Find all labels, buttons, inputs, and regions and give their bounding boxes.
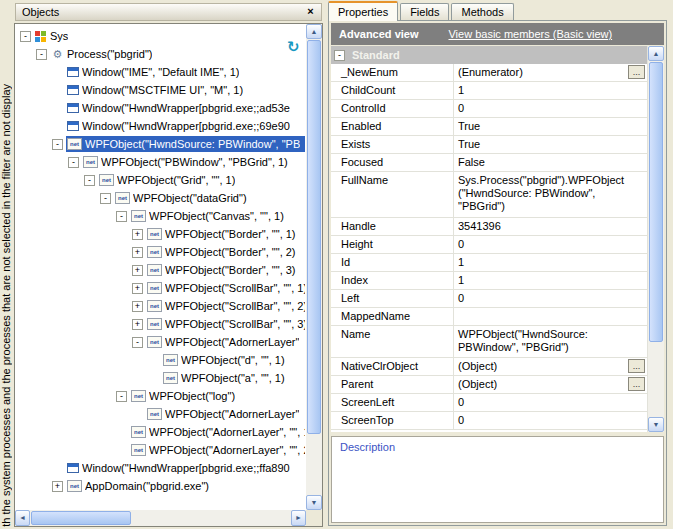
tab-properties[interactable]: Properties [328, 1, 398, 21]
tree-item[interactable]: +netWPFObject("Border", "", 3) [16, 261, 305, 279]
dotnet-object-icon: net [147, 228, 162, 240]
tree-item[interactable]: -netWPFObject("dataGrid") [16, 189, 305, 207]
property-row[interactable]: FullNameSys.Process("pbgrid").WPFObject … [331, 172, 647, 218]
tree-item[interactable]: -⚙Process("pbgrid") [16, 45, 305, 63]
collapse-icon[interactable]: - [52, 139, 63, 150]
tree-item[interactable]: -netWPFObject("PBWindow", "PBGrid", 1) [16, 153, 305, 171]
tree-item[interactable]: Window("HwndWrapper[pbgrid.exe;;ad53e [16, 99, 305, 117]
collapse-icon[interactable]: - [68, 157, 79, 168]
tree-item[interactable]: Window("HwndWrapper[pbgrid.exe;;ffa890 [16, 459, 305, 477]
tree-item[interactable]: netWPFObject("AdornerLayer", "", 1) [16, 423, 305, 441]
tree-vscroll-thumb[interactable] [307, 40, 321, 434]
tree-item-label: WPFObject("PBWindow", "PBGrid", 1) [101, 156, 288, 168]
property-row[interactable]: NameWPFObject("HwndSource: PBWindow", "P… [331, 326, 647, 358]
tree-item[interactable]: -netWPFObject("AdornerLayer" [16, 333, 305, 351]
tree-item-label: WPFObject("ScrollBar", "", 3) [165, 318, 305, 330]
expand-icon[interactable]: + [132, 247, 143, 258]
property-value: True [454, 136, 647, 153]
property-row[interactable]: NativeClrObject(Object)... [331, 358, 647, 376]
expand-icon[interactable]: + [52, 481, 63, 492]
property-row[interactable]: Height0 [331, 236, 647, 254]
tree-item[interactable]: +netWPFObject("Border", "", 1) [16, 225, 305, 243]
property-row[interactable]: Handle3541396 [331, 218, 647, 236]
tree-item-content: netWPFObject("Border", "", 2) [146, 244, 305, 260]
collapse-icon[interactable]: - [334, 50, 345, 61]
scrollbar-corner [306, 510, 322, 526]
expand-icon[interactable]: + [132, 283, 143, 294]
tree-item[interactable]: Window("HwndWrapper[pbgrid.exe;;69e90 [16, 117, 305, 135]
tree-item[interactable]: netWPFObject("a", "", 1) [16, 369, 305, 387]
tree-item[interactable]: +netWPFObject("ScrollBar", "", 3) [16, 315, 305, 333]
property-row[interactable]: ChildCount1 [331, 82, 647, 100]
tab-methods[interactable]: Methods [451, 3, 513, 20]
refresh-icon[interactable]: ↻ [287, 38, 300, 56]
category-row-standard[interactable]: - Standard [331, 46, 647, 64]
collapse-icon[interactable]: - [116, 391, 127, 402]
tree-item-label: Window("IME", "Default IME", 1) [82, 66, 239, 78]
collapse-icon[interactable]: - [132, 337, 143, 348]
tree-item[interactable]: +netWPFObject("Border", "", 2) [16, 243, 305, 261]
collapse-icon[interactable]: - [20, 31, 31, 42]
tree-item[interactable]: netWPFObject("AdornerLayer" [16, 405, 305, 423]
tree-item-label: WPFObject("AdornerLayer" [165, 336, 299, 348]
ellipsis-button[interactable]: ... [628, 65, 645, 79]
tree-item[interactable]: Window("MSCTFIME UI", "M", 1) [16, 81, 305, 99]
grid-vscroll-thumb[interactable] [649, 62, 663, 342]
expand-icon[interactable]: + [132, 229, 143, 240]
tree-item[interactable]: -netWPFObject("Grid", "", 1) [16, 171, 305, 189]
tree-item-content: netWPFObject("AdornerLayer" [146, 406, 305, 422]
property-row[interactable]: Left0 [331, 290, 647, 308]
collapse-icon[interactable]: - [36, 49, 47, 60]
collapse-icon[interactable]: - [116, 211, 127, 222]
property-row[interactable]: ScreenTop0 [331, 412, 647, 430]
tree-item[interactable]: +netAppDomain("pbgrid.exe") [16, 477, 305, 495]
tree-item[interactable]: netWPFObject("d", "", 1) [16, 351, 305, 369]
property-row[interactable]: Index1 [331, 272, 647, 290]
property-row[interactable]: MappedName [331, 308, 647, 326]
basic-view-link[interactable]: View basic members (Basic view) [448, 28, 612, 40]
scroll-left-icon[interactable]: ◄ [15, 510, 30, 526]
tree-item[interactable]: -netWPFObject("HwndSource: PBWindow", "P… [16, 135, 305, 153]
tree-item-label: WPFObject("HwndSource: PBWindow", "PB [85, 138, 300, 150]
property-value: (Object) [454, 358, 628, 375]
scroll-down-icon[interactable]: ▼ [648, 417, 664, 432]
property-row[interactable]: ControlId0 [331, 100, 647, 118]
tree-hscroll-thumb[interactable] [31, 511, 131, 525]
ellipsis-button[interactable]: ... [628, 377, 645, 391]
expand-icon[interactable]: + [132, 265, 143, 276]
tree-item[interactable]: Window("IME", "Default IME", 1) [16, 63, 305, 81]
property-row[interactable]: Id1 [331, 254, 647, 272]
tree-item-label: WPFObject("AdornerLayer" [165, 408, 299, 420]
property-row[interactable]: EnabledTrue [331, 118, 647, 136]
tree-item-content: netWPFObject("Border", "", 3) [146, 262, 305, 278]
tree-item[interactable]: +netWPFObject("ScrollBar", "", 1) [16, 279, 305, 297]
property-row[interactable]: _NewEnum(Enumerator)... [331, 64, 647, 82]
tree-item[interactable]: -netWPFObject("Canvas", "", 1) [16, 207, 305, 225]
tree-item[interactable]: netWPFObject("AdornerLayer", "", 2) [16, 441, 305, 459]
property-row[interactable]: ExistsTrue [331, 136, 647, 154]
grid-vertical-scrollbar[interactable]: ▲ ▼ [648, 46, 664, 432]
tree-item[interactable]: +netWPFObject("ScrollBar", "", 2) [16, 297, 305, 315]
property-row[interactable]: FocusedFalse [331, 154, 647, 172]
tree-item-label: Process("pbgrid") [67, 48, 152, 60]
tree-item-content: netWPFObject("PBWindow", "PBGrid", 1) [82, 154, 305, 170]
tree-item[interactable]: -Sys [16, 27, 305, 45]
close-icon[interactable]: × [304, 6, 317, 19]
property-row[interactable]: Parent(Object)... [331, 376, 647, 394]
tree-item-content: ⚙Process("pbgrid") [50, 46, 305, 62]
expand-icon[interactable]: + [132, 301, 143, 312]
tree-horizontal-scrollbar[interactable]: ◄ ► [15, 510, 306, 526]
collapse-icon[interactable]: - [84, 175, 95, 186]
ellipsis-button[interactable]: ... [628, 359, 645, 373]
expand-icon[interactable]: + [132, 319, 143, 330]
scroll-up-icon[interactable]: ▲ [648, 46, 664, 61]
tree-item[interactable]: -netWPFObject("log") [16, 387, 305, 405]
tree-vertical-scrollbar[interactable]: ▲ ▼ [306, 24, 322, 510]
scroll-down-icon[interactable]: ▼ [306, 495, 322, 510]
property-row[interactable]: ScreenLeft0 [331, 394, 647, 412]
scroll-up-icon[interactable]: ▲ [306, 24, 322, 39]
collapse-icon[interactable]: - [100, 193, 111, 204]
tab-fields[interactable]: Fields [400, 3, 449, 20]
property-name: ScreenTop [331, 412, 454, 429]
scroll-right-icon[interactable]: ► [291, 510, 306, 526]
